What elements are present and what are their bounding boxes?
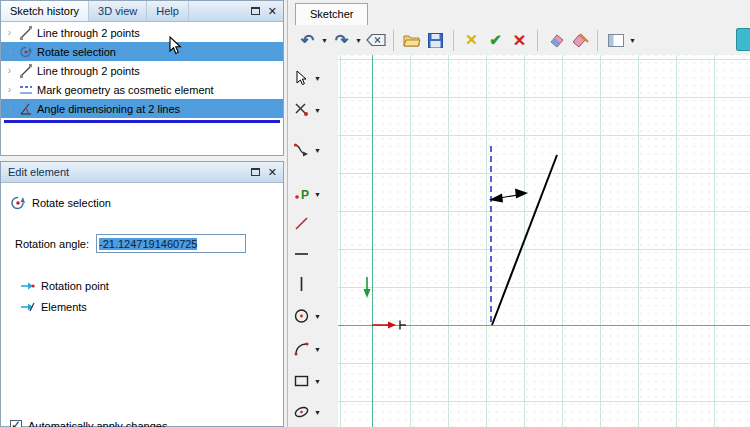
delete-button[interactable]: ✕: [460, 29, 483, 52]
rotation-point-label: Rotation point: [41, 280, 109, 292]
history-row[interactable]: › Rotate selection: [1, 42, 283, 61]
rotate-icon: [18, 45, 34, 59]
tool-horizontal-line[interactable]: [293, 243, 311, 265]
maximize-icon[interactable]: [251, 168, 260, 176]
history-insert-marker: [4, 120, 280, 123]
eraser-edit-button[interactable]: [568, 29, 591, 52]
tool-curve[interactable]: ▼: [293, 139, 322, 161]
ellipse-icon: [293, 403, 311, 421]
toolbar-separator: [393, 30, 394, 51]
dropdown-icon[interactable]: ▼: [313, 403, 322, 421]
toolbar-separator: [597, 30, 598, 51]
dropdown-icon[interactable]: ▼: [313, 340, 322, 358]
clipped-toolbar-icon[interactable]: [736, 28, 750, 51]
angle-dimension-icon: [18, 102, 34, 116]
vertical-line-icon: [293, 275, 311, 293]
expander-icon[interactable]: ›: [4, 65, 15, 76]
backspace-button[interactable]: [364, 29, 387, 52]
redo-icon: ↷: [335, 31, 348, 50]
eraser-button[interactable]: [544, 29, 567, 52]
edit-element-titlebar: Edit element ✕: [1, 162, 283, 183]
panel-view-dropdown-icon[interactable]: ▼: [628, 29, 637, 52]
edit-element-title: Edit element: [8, 166, 69, 178]
elements-row[interactable]: Elements: [19, 300, 283, 314]
tool-select[interactable]: ▼: [293, 67, 322, 89]
redo-button[interactable]: ↷: [330, 29, 353, 52]
tool-snap-point[interactable]: ▼: [293, 99, 322, 121]
tool-line-2-points[interactable]: [293, 213, 311, 235]
tool-circle[interactable]: ▼: [293, 305, 322, 327]
sketcher-pane: Sketcher ↶ ▼ ↷ ▼ ✕ ✔ ✕: [287, 0, 750, 427]
sketcher-toolbar: ↶ ▼ ↷ ▼ ✕ ✔ ✕: [288, 25, 750, 55]
svg-text:P: P: [301, 188, 309, 202]
dropdown-icon[interactable]: ▼: [313, 372, 322, 390]
dropdown-icon[interactable]: ▼: [313, 101, 322, 119]
history-item-label: Rotate selection: [37, 46, 116, 58]
checkbox-check-icon: ✓: [11, 418, 21, 427]
tool-point[interactable]: P ▼: [293, 183, 322, 205]
maximize-icon[interactable]: [251, 7, 260, 15]
tool-ellipse[interactable]: ▼: [293, 401, 322, 423]
undo-button[interactable]: ↶: [296, 29, 319, 52]
curve-icon: [293, 141, 311, 159]
sketch-history-panel: Sketch history 3D view Help ✕ › Line thr…: [0, 0, 284, 156]
backspace-icon: [366, 33, 386, 47]
open-file-button[interactable]: [400, 29, 423, 52]
elements-icon: [19, 300, 35, 314]
tool-rectangle[interactable]: ▼: [293, 370, 322, 392]
expander-icon[interactable]: ›: [4, 46, 15, 57]
rotate-selection-icon: [10, 196, 26, 210]
tool-arc[interactable]: ▼: [293, 338, 322, 360]
rotation-angle-input[interactable]: -21.1247191460725: [96, 234, 246, 253]
history-item-label: Line through 2 points: [37, 27, 140, 39]
expander-icon[interactable]: ›: [4, 103, 15, 114]
expander-icon[interactable]: ›: [4, 84, 15, 95]
horizontal-line-icon: [293, 245, 311, 263]
tab-sketch-history[interactable]: Sketch history: [1, 1, 89, 21]
close-icon[interactable]: ✕: [268, 167, 277, 178]
dropdown-icon[interactable]: ▼: [313, 185, 322, 203]
history-row[interactable]: › Angle dimensioning at 2 lines: [1, 99, 283, 118]
cosmetic-icon: [18, 83, 34, 97]
history-item-label: Mark geometry as cosmetic element: [37, 84, 214, 96]
history-tabbar: Sketch history 3D view Help ✕: [1, 1, 283, 22]
expander-icon[interactable]: ›: [4, 27, 15, 38]
rotation-point-row[interactable]: Rotation point: [19, 279, 283, 293]
save-button[interactable]: [424, 29, 447, 52]
auto-apply-label: Automatically apply changes: [28, 420, 167, 427]
sketch-canvas[interactable]: [338, 55, 750, 427]
dropdown-icon[interactable]: ▼: [313, 307, 322, 325]
edit-element-panel: Edit element ✕ Rotate selection Rotation…: [0, 161, 284, 427]
redo-dropdown-icon[interactable]: ▼: [354, 29, 363, 52]
elements-label: Elements: [41, 301, 87, 313]
history-row[interactable]: › Line through 2 points: [1, 61, 283, 80]
tab-help[interactable]: Help: [147, 1, 189, 21]
history-item-label: Angle dimensioning at 2 lines: [37, 103, 180, 115]
auto-apply-row[interactable]: ✓ Automatically apply changes: [10, 420, 167, 427]
operation-label: Rotate selection: [32, 197, 111, 209]
tab-3d-view[interactable]: 3D view: [89, 1, 147, 21]
delete-x-icon: ✕: [465, 31, 478, 49]
cancel-x-icon: ✕: [513, 31, 526, 50]
tool-column: ▼ ▼ ▼ P ▼: [288, 55, 338, 427]
tab-sketcher[interactable]: Sketcher: [295, 3, 368, 25]
undo-icon: ↶: [301, 31, 314, 50]
sketch-line: [492, 155, 557, 325]
arc-icon: [293, 340, 311, 358]
rotation-angle-label: Rotation angle:: [15, 238, 96, 250]
close-icon[interactable]: ✕: [268, 6, 277, 17]
panel-view-button[interactable]: [604, 29, 627, 52]
history-row[interactable]: › Mark geometry as cosmetic element: [1, 80, 283, 99]
cancel-button[interactable]: ✕: [508, 29, 531, 52]
accept-check-icon: ✔: [489, 31, 502, 49]
dropdown-icon[interactable]: ▼: [313, 141, 322, 159]
tool-vertical-line[interactable]: [293, 273, 311, 295]
history-item-label: Line through 2 points: [37, 65, 140, 77]
undo-dropdown-icon[interactable]: ▼: [320, 29, 329, 52]
dropdown-icon[interactable]: ▼: [313, 69, 322, 87]
accept-button[interactable]: ✔: [484, 29, 507, 52]
history-row[interactable]: › Line through 2 points: [1, 23, 283, 42]
auto-apply-checkbox[interactable]: ✓: [10, 420, 22, 427]
sketch-geometry: [338, 55, 750, 427]
line-2-points-icon: [293, 215, 311, 233]
